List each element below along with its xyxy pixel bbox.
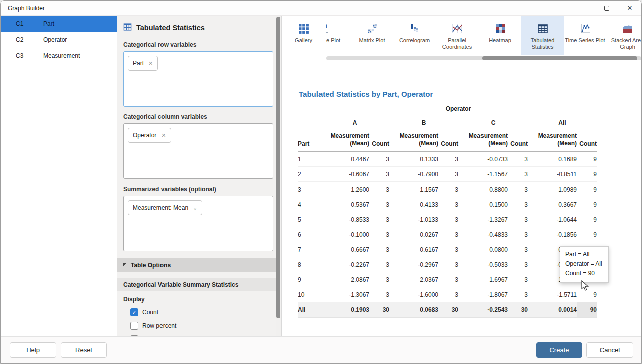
- gallery-item-stacked-area-graph[interactable]: Stacked Area Graph: [606, 16, 642, 55]
- mean-cell: -1.0644: [528, 212, 577, 227]
- count-cell: 3: [369, 152, 389, 167]
- count-cell: 9: [577, 182, 597, 197]
- table-options-header[interactable]: Table Options: [117, 258, 276, 272]
- minimize-button[interactable]: [572, 1, 595, 15]
- gallery-item-matrix-plot[interactable]: Matrix Plot: [351, 16, 393, 55]
- checkbox-row-percent[interactable]: Row percent: [130, 322, 281, 330]
- column-id: C1: [1, 20, 43, 27]
- help-button[interactable]: Help: [10, 342, 56, 358]
- create-button[interactable]: Create: [536, 342, 582, 358]
- mean-cell: -1.8067: [458, 287, 508, 302]
- part-cell: 6: [298, 227, 320, 242]
- part-cell: 7: [298, 242, 320, 257]
- gallery-items: e PlotMatrix PlotCorrelogramParallel Coo…: [295, 16, 642, 55]
- table-row: 10-1.30673-1.60003-1.80673-1.57119: [298, 287, 597, 302]
- gallery-item-time-series-plot[interactable]: Time Series Plot: [564, 16, 606, 55]
- variable-chip-measurement-mean[interactable]: Measurement: Mean⌄: [128, 200, 202, 215]
- row-variables-input[interactable]: Part✕: [123, 51, 273, 107]
- table-total-row: All0.1903300.068330-0.2543300.001490: [298, 302, 597, 318]
- gallery-item-label: Heatmap: [489, 37, 511, 44]
- summarized-variables-input[interactable]: Measurement: Mean⌄: [123, 196, 273, 251]
- heatmap-icon: [494, 22, 506, 35]
- mean-cell: 0.0683: [389, 302, 438, 318]
- display-options: ✓CountRow percentColumn percent: [117, 308, 281, 336]
- builder-scrollbar[interactable]: [276, 16, 281, 336]
- column-name: Part: [43, 20, 54, 27]
- gallery-scrollbar-thumb[interactable]: [482, 56, 638, 60]
- sidebar-item-operator[interactable]: C2Operator: [1, 32, 117, 48]
- checkbox-checked-icon[interactable]: ✓: [130, 308, 138, 316]
- variable-chip-part[interactable]: Part✕: [128, 56, 158, 71]
- part-cell: 3: [298, 182, 320, 197]
- mean-cell: -0.2543: [458, 302, 508, 318]
- column-variables-input[interactable]: Operator✕: [123, 123, 273, 179]
- results-table: OperatorABCAllPartMeasurement(Mean)Count…: [298, 102, 597, 318]
- group-header-b: B: [389, 117, 458, 132]
- checkbox-label: Count: [142, 309, 158, 316]
- count-cell: 9: [577, 212, 597, 227]
- gallery-scrollbar[interactable]: [326, 56, 641, 60]
- checkbox-label: Row percent: [142, 322, 176, 329]
- reset-button[interactable]: Reset: [61, 342, 107, 358]
- mean-cell: 0.8800: [458, 182, 508, 197]
- checkbox-count[interactable]: ✓Count: [130, 308, 281, 316]
- sidebar-item-measurement[interactable]: C3Measurement: [1, 48, 117, 64]
- mean-cell: 1.0989: [528, 182, 577, 197]
- remove-icon[interactable]: ✕: [148, 61, 153, 66]
- table-row: 6-0.100030.02673-0.48333-0.18569: [298, 227, 597, 242]
- mean-cell: -1.3067: [320, 287, 369, 302]
- mean-cell: 0.4133: [389, 197, 438, 212]
- table-operator-header-row: Operator: [298, 102, 597, 117]
- count-cell: 3: [438, 212, 458, 227]
- count-cell: 3: [369, 227, 389, 242]
- table-row: 5-0.85333-1.01333-1.32673-1.06449: [298, 212, 597, 227]
- builder-scrollbar-thumb[interactable]: [276, 17, 280, 318]
- part-cell: 10: [298, 287, 320, 302]
- gallery-item-heatmap[interactable]: Heatmap: [478, 16, 521, 55]
- mean-header: Measurement(Mean): [320, 132, 369, 152]
- mean-cell: -0.0733: [458, 152, 508, 167]
- mean-cell: 0.3667: [528, 197, 577, 212]
- count-cell: 3: [508, 212, 528, 227]
- mean-header-line1: Measurement: [320, 132, 369, 140]
- gallery-item-label: Gallery: [295, 37, 312, 44]
- checkbox-unchecked-icon[interactable]: [130, 322, 138, 330]
- mean-cell: -0.6067: [320, 167, 369, 182]
- mean-cell: 0.1500: [458, 197, 508, 212]
- chip-label: Part: [133, 60, 144, 67]
- close-button[interactable]: ✕: [618, 1, 641, 15]
- stacked-area-graph-icon: [622, 22, 634, 35]
- mean-header: Measurement(Mean): [528, 132, 577, 152]
- spacer-cell: [298, 102, 320, 117]
- table-row: 31.260031.156730.880031.09899: [298, 182, 597, 197]
- column-variables-label: Categorical column variables: [123, 113, 281, 120]
- chevron-down-icon[interactable]: ⌄: [193, 205, 197, 211]
- row-variables-label: Categorical row variables: [123, 41, 281, 48]
- count-cell: 3: [508, 167, 528, 182]
- remove-icon[interactable]: ✕: [161, 133, 166, 138]
- mean-cell: 2.0367: [389, 272, 438, 287]
- count-header: Count: [577, 132, 597, 152]
- tabulated-statistics-icon: [123, 23, 132, 33]
- text-caret: [163, 58, 163, 68]
- count-cell: 3: [508, 152, 528, 167]
- tooltip-line: Count = 90: [565, 269, 602, 278]
- count-cell: 3: [438, 242, 458, 257]
- builder-title: Tabulated Statistics: [136, 24, 205, 32]
- gallery-item-tabulated-statistics[interactable]: Tabulated Statistics: [521, 16, 564, 55]
- gallery-item-parallel-coordinates[interactable]: Parallel Coordinates: [436, 16, 478, 55]
- count-cell: 3: [369, 242, 389, 257]
- group-header-all: All: [528, 117, 597, 132]
- cancel-button[interactable]: Cancel: [586, 342, 633, 358]
- gallery-button[interactable]: Gallery: [282, 16, 326, 55]
- mean-cell: -1.3267: [458, 212, 508, 227]
- sidebar-item-part[interactable]: C1Part: [1, 16, 117, 32]
- gallery-item-correlogram[interactable]: Correlogram: [393, 16, 436, 55]
- mean-cell: -0.1856: [528, 227, 577, 242]
- variable-chip-operator[interactable]: Operator✕: [128, 128, 171, 143]
- column-name: Operator: [43, 36, 67, 43]
- maximize-button[interactable]: [595, 1, 618, 15]
- count-cell: 3: [438, 167, 458, 182]
- footer-bar: Help Reset Create Cancel: [1, 336, 641, 363]
- window-title: Graph Builder: [1, 5, 45, 12]
